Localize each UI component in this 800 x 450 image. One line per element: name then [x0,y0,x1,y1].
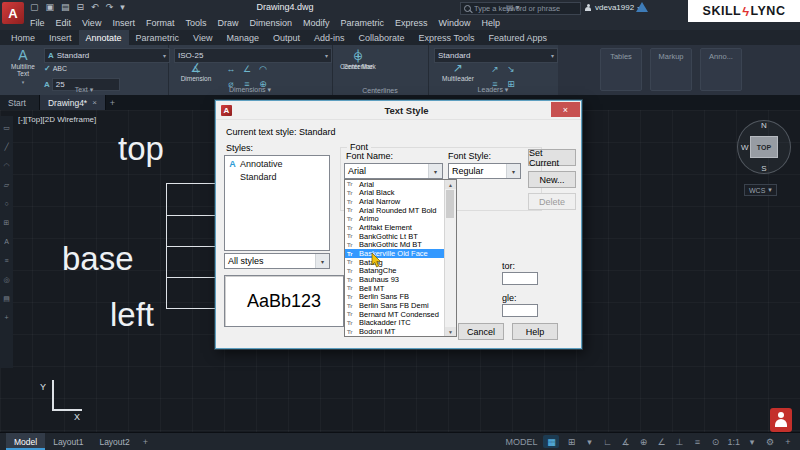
font-option[interactable]: Tr Berlin Sans FB [345,293,445,302]
font-option[interactable]: Tr Bodoni MT [345,327,445,336]
app-logo[interactable]: A [2,2,24,24]
customize-plus-icon[interactable]: + [782,435,794,448]
font-option[interactable]: Tr Arial Rounded MT Bold [345,206,445,215]
file-tab[interactable]: Start [0,95,40,110]
model-space-label[interactable]: MODEL [505,435,537,448]
font-option[interactable]: Tr Bernard MT Condensed [345,310,445,319]
menu-item[interactable]: Dimension [249,18,292,28]
new-button[interactable]: New... [528,171,576,188]
font-option[interactable]: Tr Berlin Sans FB Demi [345,301,445,310]
scroll-thumb[interactable] [446,190,454,218]
ribbon-tab[interactable]: Manage [219,30,266,45]
viewcube-top-face[interactable]: TOP [750,136,778,158]
selection-cycling-icon[interactable]: ⊙ [709,435,721,448]
line-icon[interactable]: ╱ [4,143,8,150]
panel-label-dimensions[interactable]: Dimensions ▾ [168,86,332,94]
panel-label-text[interactable]: Text ▾ [0,86,168,94]
alert-triangle-icon[interactable] [636,2,648,12]
arc-icon[interactable]: ◠ [3,162,9,169]
font-option[interactable]: Tr Blackadder ITC [345,319,445,328]
menu-item[interactable]: Modify [303,18,330,28]
style-filter-dropdown[interactable]: All styles ▾ [224,253,330,269]
text-tool-icon[interactable]: A [4,238,9,245]
circle-icon[interactable]: ○ [4,200,8,207]
isodraft-icon[interactable]: ⊕ [637,435,649,448]
menu-item[interactable]: View [82,18,101,28]
font-option[interactable]: Tr BatangChe [345,267,445,276]
osnap-icon[interactable]: ∠ [655,435,667,448]
style-item[interactable]: Standard [225,170,329,183]
font-style-dropdown[interactable]: Regular ▾ [448,163,521,179]
font-option[interactable]: Tr Bell MT [345,284,445,293]
scroll-up-icon[interactable]: ▲ [445,180,456,189]
lineweight-icon[interactable]: ≡ [691,435,703,448]
new-layout-button[interactable]: + [138,433,153,450]
polyline-icon[interactable]: ▱ [4,181,9,188]
menu-item[interactable]: Express [395,18,428,28]
close-button[interactable]: × [551,102,580,117]
remove-leader-icon[interactable]: ↘ [504,62,518,75]
style-item[interactable]: A Annotative [225,157,329,170]
help-button[interactable]: Help [512,323,558,340]
font-name-dropdown[interactable]: Arial ▾ [344,163,443,179]
menu-item[interactable]: Format [146,18,175,28]
oblique-angle-field[interactable] [502,304,538,317]
menu-item[interactable]: Window [439,18,471,28]
ribbon-tab[interactable]: Collaborate [352,30,412,45]
viewcube-south[interactable]: S [761,164,766,173]
skill-lync-badge[interactable] [770,408,792,432]
collapsed-panel[interactable]: Anno... [700,48,742,91]
dialog-title-bar[interactable]: A Text Style [216,101,581,120]
layout-tab[interactable]: Model [6,433,45,450]
menu-item[interactable]: File [30,18,45,28]
font-option[interactable]: Tr Batang [345,258,445,267]
font-option[interactable]: Tr Arimo [345,215,445,224]
ribbon-tab[interactable]: Parametric [129,30,187,45]
menu-item[interactable]: Tools [185,18,206,28]
multiline-text-button[interactable]: A Multiline Text ▾ [5,48,41,85]
font-option[interactable]: Tr BankGothic Lt BT [345,232,445,241]
font-option[interactable]: Tr Baskerville Old Face [345,249,445,258]
font-option[interactable]: Tr Arial Narrow [345,197,445,206]
add-leader-icon[interactable]: ↗ [488,62,502,75]
ribbon-tab[interactable]: Express Tools [412,30,482,45]
font-list-scrollbar[interactable]: ▲ ▼ [444,180,456,336]
font-option[interactable]: Tr Artifakt Element [345,223,445,232]
signin-user[interactable]: vdeva1992 ▾ [584,2,640,13]
list-icon[interactable]: ≡ [4,257,8,264]
dimension-button[interactable]: ∡ Dimension [176,62,216,82]
ribbon-tab[interactable]: View [186,30,219,45]
layout-tab[interactable]: Layout2 [91,433,137,450]
ribbon-tab[interactable]: Add-ins [307,30,352,45]
ortho-icon[interactable]: ∟ [601,435,613,448]
cancel-button[interactable]: Cancel [458,323,504,340]
styles-list[interactable]: A Annotative Standard [224,155,330,251]
polar-tracking-icon[interactable]: ∡ [619,435,631,448]
panel-label-centerlines[interactable]: Centerlines [332,87,428,94]
delete-button[interactable]: Delete [528,193,576,210]
ribbon-options[interactable]: ▤ ▾ [506,0,520,15]
centerline-button[interactable]: ┆ Centerline [338,50,378,70]
menu-item[interactable]: Insert [112,18,135,28]
font-option[interactable]: Tr Bauhaus 93 [345,275,445,284]
snap-mode-icon[interactable]: ⊞ [565,435,577,448]
hatch-icon[interactable]: ▤ [3,295,10,302]
ribbon-tab[interactable]: Annotate [79,30,129,45]
collapsed-panel[interactable]: Markup [650,48,692,91]
search-box[interactable]: Type a keyword or phrase [460,2,581,15]
layout-tab[interactable]: Layout1 [45,433,91,450]
ribbon-tab[interactable]: Output [266,30,307,45]
viewport-controls[interactable]: [-][Top][2D Wireframe] [18,115,96,124]
font-option[interactable]: Tr Arial Black [345,189,445,198]
annotation-scale-label[interactable]: 1:1 [727,435,740,448]
gear-icon[interactable]: ⚙ [764,435,776,448]
text-style-dropdown[interactable]: A Standard ▾ [44,48,170,63]
file-tab[interactable]: Drawing4* × [40,95,106,110]
menu-item[interactable]: Help [482,18,501,28]
ribbon-tab[interactable]: Insert [42,30,79,45]
viewcube-west[interactable]: W [741,143,749,152]
rectangle-icon[interactable]: ⊞ [4,219,10,226]
linear-dimension-icon[interactable]: ↔ [224,62,238,75]
font-option[interactable]: Tr BankGothic Md BT [345,241,445,250]
angular-dimension-icon[interactable]: ∠ [240,62,254,75]
